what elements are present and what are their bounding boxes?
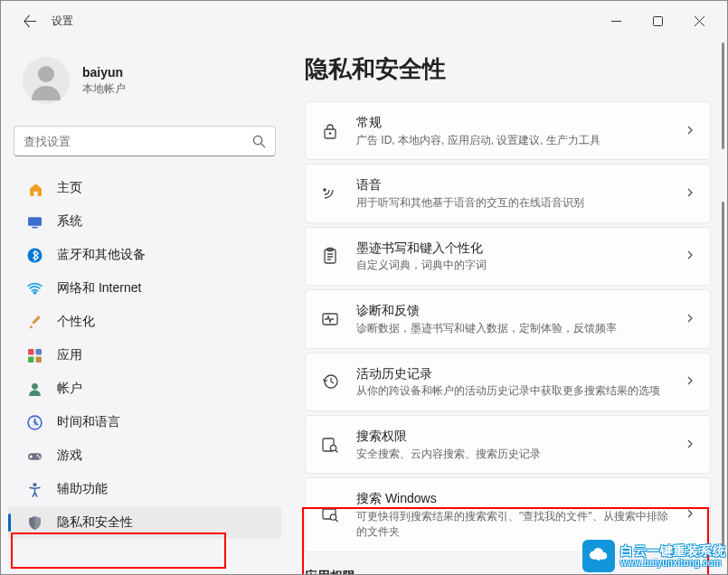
sidebar-item-label: 个性化 [57,314,95,330]
titlebar: 设置 [1,1,727,41]
minimize-button[interactable] [595,6,637,35]
sidebar-item-apps[interactable]: 应用 [8,339,281,372]
scrollbar-vertical[interactable] [720,42,726,572]
setting-title: 常规 [356,114,668,132]
setting-desc: 自定义词典，词典中的字词 [356,258,668,273]
window-controls [595,6,720,35]
svg-point-16 [38,457,40,458]
svg-rect-7 [28,349,33,354]
sidebar-item-personalization[interactable]: 个性化 [8,306,281,338]
sidebar-item-accessibility[interactable]: 辅助功能 [8,473,281,505]
setting-text: 墨迹书写和键入个性化 自定义词典，词典中的字词 [356,240,668,273]
time-icon: 文 [26,414,43,430]
diag-icon [320,310,340,328]
avatar-icon [23,57,70,104]
system-icon [26,213,43,230]
watermark: 白云一键重装系统 www.baiyunxitong.com [582,540,725,572]
svg-rect-8 [35,349,41,354]
setting-text: 活动历史记录 从你的跨设备和帐户的活动历史记录中获取更多搜索结果的选项 [356,365,668,399]
profile-section[interactable]: baiyun 本地帐户 [1,50,288,118]
setting-item-general[interactable]: 常规 广告 ID, 本地内容, 应用启动, 设置建议, 生产力工具 [305,101,711,160]
setting-item-diag[interactable]: 诊断和反馈 诊断数据，墨迹书写和键入数据，定制体验，反馈频率 [305,289,711,348]
close-icon [695,16,704,26]
watermark-text: 白云一键重装系统 www.baiyunxitong.com [620,544,725,568]
back-button[interactable] [15,6,44,35]
setting-desc: 从你的跨设备和帐户的活动历史记录中获取更多搜索结果的选项 [356,383,668,399]
sidebar-item-home[interactable]: 主页 [8,172,281,204]
profile-name: baiyun [82,65,126,80]
setting-title: 搜索 Windows [356,490,668,508]
sidebar-item-label: 游戏 [57,448,82,464]
window-title: 设置 [52,14,73,29]
svg-point-11 [32,382,38,389]
maximize-button[interactable] [637,6,678,35]
scroll-thumb-sidebar[interactable] [722,42,724,149]
setting-desc: 诊断数据，墨迹书写和键入数据，定制体验，反馈频率 [356,321,668,336]
arrow-left-icon [24,14,37,28]
chevron-right-icon [685,373,695,390]
setting-item-searchperm[interactable]: 搜索权限 安全搜索、云内容搜索、搜索历史记录 [305,415,711,474]
gaming-icon [26,448,43,464]
search-input[interactable] [24,135,252,148]
sidebar-item-label: 隐私和安全性 [57,514,133,531]
sidebar-item-label: 应用 [57,347,82,363]
sidebar-item-bluetooth[interactable]: 蓝牙和其他设备 [8,239,281,271]
chevron-right-icon [685,506,695,523]
svg-rect-10 [35,356,41,362]
setting-desc: 安全搜索、云内容搜索、搜索历史记录 [356,447,668,462]
profile-text: baiyun 本地帐户 [82,65,126,97]
svg-point-2 [38,66,54,82]
setting-text: 搜索权限 安全搜索、云内容搜索、搜索历史记录 [356,428,668,461]
svg-point-19 [329,132,332,135]
sidebar-item-label: 帐户 [57,381,82,397]
setting-item-speech[interactable]: 语音 用于听写和其他基于语音的交互的在线语音识别 [305,164,711,222]
chevron-right-icon [685,311,695,327]
watermark-line2: www.baiyunxitong.com [620,558,725,568]
wifi-icon [26,280,43,297]
profile-account-type: 本地帐户 [82,81,126,97]
shield-icon [26,514,43,531]
setting-title: 墨迹书写和键入个性化 [356,240,668,258]
content-area: baiyun 本地帐户 主页 系统 蓝牙和其他设备 网 [1,41,727,574]
chevron-right-icon [685,437,695,453]
setting-item-inking[interactable]: 墨迹书写和键入个性化 自定义词典，词典中的字词 [305,227,711,286]
search-box[interactable] [14,126,276,156]
sidebar-item-time[interactable]: 文 时间和语言 [8,406,281,438]
svg-rect-4 [28,217,42,226]
sidebar-item-label: 时间和语言 [57,414,120,430]
svg-rect-5 [32,226,37,228]
cloud-arrow-icon [589,546,609,566]
svg-point-3 [253,136,261,144]
setting-text: 搜索 Windows 可更快得到搜索结果的搜索索引、"查找我的文件"、从搜索中排… [356,490,668,539]
sidebar-item-privacy[interactable]: 隐私和安全性 [8,506,281,539]
setting-desc: 可更快得到搜索结果的搜索索引、"查找我的文件"、从搜索中排除的文件夹 [356,509,668,540]
setting-item-activity[interactable]: 活动历史记录 从你的跨设备和帐户的活动历史记录中获取更多搜索结果的选项 [305,353,711,411]
speech-icon [320,184,340,203]
svg-rect-9 [28,356,33,362]
svg-point-15 [36,454,38,456]
setting-desc: 广告 ID, 本地内容, 应用启动, 设置建议, 生产力工具 [356,133,668,148]
chevron-right-icon [685,248,695,264]
avatar [23,57,70,104]
sidebar: baiyun 本地帐户 主页 系统 蓝牙和其他设备 网 [1,41,288,574]
close-button[interactable] [678,6,720,35]
chevron-right-icon [685,185,695,202]
setting-title: 搜索权限 [356,428,668,446]
clipboard-icon [320,247,340,265]
setting-text: 语音 用于听写和其他基于语音的交互的在线语音识别 [356,176,668,210]
sidebar-item-network[interactable]: 网络和 Internet [8,272,281,305]
sidebar-item-system[interactable]: 系统 [8,205,281,238]
accessibility-icon [26,481,43,497]
settings-list: 常规 广告 ID, 本地内容, 应用启动, 设置建议, 生产力工具 语音 用于听… [305,101,711,552]
bluetooth-icon [26,247,43,263]
sidebar-item-gaming[interactable]: 游戏 [8,439,281,472]
person-icon [26,381,43,397]
scroll-thumb-main[interactable] [722,202,724,554]
setting-title: 语音 [356,176,668,194]
main-panel: 隐私和安全性 常规 广告 ID, 本地内容, 应用启动, 设置建议, 生产力工具… [288,41,727,574]
brush-icon [26,314,43,330]
sidebar-item-accounts[interactable]: 帐户 [8,372,281,405]
maximize-icon [653,16,663,26]
sidebar-item-label: 网络和 Internet [57,280,141,297]
chevron-right-icon [685,123,695,139]
